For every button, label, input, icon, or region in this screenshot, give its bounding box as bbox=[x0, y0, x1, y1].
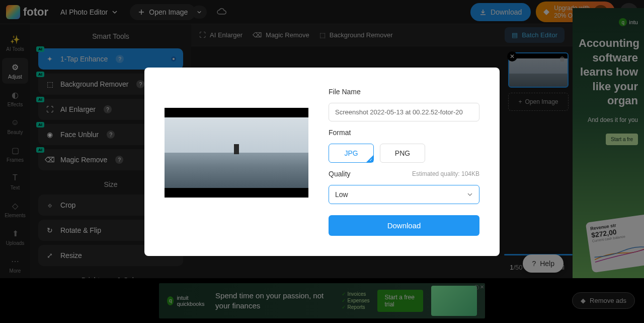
modal-download-button[interactable]: Download bbox=[329, 215, 479, 236]
check-icon bbox=[366, 155, 373, 162]
preview-image bbox=[165, 117, 308, 188]
download-modal: File Name Format JPG PNG Quality Estimat… bbox=[144, 68, 500, 256]
quality-label: Quality bbox=[329, 170, 351, 178]
format-label: Format bbox=[329, 128, 479, 137]
format-jpg-button[interactable]: JPG bbox=[329, 144, 374, 163]
format-jpg-label: JPG bbox=[344, 149, 358, 157]
file-name-label: File Name bbox=[329, 88, 479, 96]
modal-preview bbox=[165, 108, 308, 198]
file-name-input[interactable] bbox=[329, 103, 479, 121]
format-png-button[interactable]: PNG bbox=[380, 144, 425, 163]
person-silhouette bbox=[234, 144, 239, 154]
chevron-down-icon bbox=[467, 191, 473, 198]
quality-value: Low bbox=[335, 190, 348, 199]
quality-estimate: Estimated quality: 104KB bbox=[412, 170, 479, 177]
modal-form: File Name Format JPG PNG Quality Estimat… bbox=[329, 88, 479, 236]
quality-select[interactable]: Low bbox=[329, 185, 479, 204]
modal-overlay[interactable]: File Name Format JPG PNG Quality Estimat… bbox=[0, 0, 644, 323]
format-png-label: PNG bbox=[395, 149, 410, 157]
